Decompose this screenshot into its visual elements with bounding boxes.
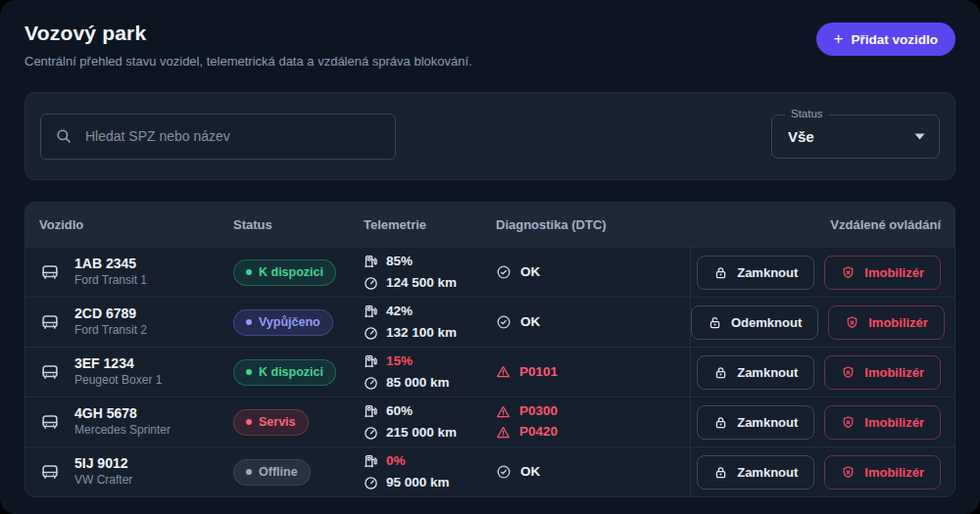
telemetry-cell: 60% 215 000 km [364, 400, 496, 444]
vehicle-cell: 5IJ 9012 VW Crafter [39, 455, 233, 488]
dtc-ok-label: OK [520, 262, 540, 283]
dtc-ok-label: OK [520, 462, 540, 483]
lock-button-label: Zamknout [737, 265, 798, 280]
vehicle-text: 2CD 6789 Ford Transit 2 [74, 305, 147, 338]
warning-triangle-icon [496, 425, 511, 440]
fuel-line: 42% [364, 301, 496, 322]
dtc-codes: P0101 [496, 362, 690, 383]
vehicle-name: Ford Transit 2 [74, 323, 147, 339]
vehicle-name: Peugeot Boxer 1 [74, 373, 162, 389]
status-cell: Servis [233, 409, 364, 436]
vehicle-text: 4GH 5678 Mercedes Sprinter [74, 405, 171, 438]
immobilizer-button-label: Imobilizér [864, 465, 924, 480]
dtc-code: P0101 [519, 362, 558, 383]
lock-toggle-button[interactable]: Odemknout [691, 305, 818, 340]
vehicle-name: Mercedes Sprinter [74, 423, 171, 439]
odometer-line: 215 000 km [364, 422, 496, 444]
shield-x-icon [841, 465, 856, 480]
status-cell: Offline [233, 459, 364, 486]
table-row: 5IJ 9012 VW Crafter Offline [25, 446, 955, 496]
odometer-value: 85 000 km [386, 372, 450, 394]
odometer-value: 124 500 km [386, 272, 457, 294]
car-icon [39, 261, 61, 283]
chevron-down-icon [914, 133, 925, 140]
dtc-ok: OK [496, 462, 690, 483]
fuel-pump-icon [364, 304, 378, 318]
plus-icon: + [834, 30, 844, 47]
fuel-level: 0% [386, 450, 406, 472]
gauge-icon [364, 276, 378, 291]
vehicle-name: VW Crafter [74, 473, 132, 489]
shield-x-icon [841, 265, 856, 280]
fuel-level: 15% [386, 350, 413, 372]
status-badge-label: Servis [259, 415, 296, 429]
status-badge-label: Offline [259, 465, 298, 479]
dtc-codes: P0300 P0420 [496, 401, 690, 443]
gauge-icon [364, 426, 378, 441]
immobilizer-button-label: Imobilizér [864, 415, 924, 430]
table-row: 3EF 1234 Peugeot Boxer 1 K dispozici [25, 347, 955, 397]
lock-toggle-button[interactable]: Zamknout [697, 256, 814, 290]
lock-toggle-button[interactable]: Zamknout [697, 405, 814, 440]
column-header-diagnostics: Diagnostika (DTC) [496, 217, 690, 232]
shield-x-icon [845, 315, 859, 330]
add-vehicle-button[interactable]: + Přidat vozidlo [816, 23, 956, 56]
column-header-vehicle: Vozidlo [39, 217, 233, 232]
fuel-pump-icon [364, 403, 378, 418]
status-dot-icon [246, 419, 252, 425]
status-dot-icon [246, 369, 252, 375]
telemetry-cell: 15% 85 000 km [364, 350, 496, 395]
telemetry-cell: 85% 124 500 km [364, 251, 496, 295]
lock-toggle-button[interactable]: Zamknout [697, 355, 814, 390]
lock-closed-icon [713, 415, 728, 430]
status-filter-select[interactable]: Status Vše [771, 115, 940, 159]
vehicle-cell: 1AB 2345 Ford Transit 1 [39, 256, 233, 288]
vehicle-plate: 5IJ 9012 [74, 455, 132, 473]
car-icon [39, 361, 61, 383]
immobilizer-button[interactable]: Imobilizér [824, 256, 941, 290]
search-box[interactable] [40, 114, 396, 160]
fuel-pump-icon [364, 453, 378, 468]
telemetry-cell: 42% 132 100 km [364, 301, 496, 345]
odometer-line: 132 100 km [364, 322, 496, 344]
dtc-cell: OK [496, 262, 690, 283]
dtc-cell: OK [496, 462, 690, 483]
lock-button-label: Odemknout [731, 315, 802, 330]
immobilizer-button-label: Imobilizér [864, 365, 924, 380]
page-subtitle: Centrální přehled stavu vozidel, telemet… [24, 54, 472, 69]
status-badge: Offline [233, 459, 311, 486]
immobilizer-button[interactable]: Imobilizér [828, 305, 945, 340]
car-icon [39, 411, 61, 433]
lock-button-label: Zamknout [737, 415, 798, 430]
shield-x-icon [841, 365, 856, 380]
odometer-value: 215 000 km [386, 422, 457, 444]
dtc-cell: P0101 [496, 362, 690, 383]
search-icon [55, 127, 73, 145]
remote-control-cell: Zamknout Imobilizér [690, 348, 941, 397]
table-row: 4GH 5678 Mercedes Sprinter Servis [25, 397, 955, 446]
car-icon [39, 311, 61, 333]
check-circle-icon [496, 264, 512, 280]
status-badge: K dispozici [233, 259, 336, 286]
dtc-cell: P0300 P0420 [496, 401, 690, 443]
fuel-level: 85% [386, 251, 413, 272]
dtc-ok-label: OK [520, 312, 540, 333]
car-icon [39, 461, 61, 483]
search-input[interactable] [83, 127, 381, 145]
fuel-line: 60% [364, 400, 496, 422]
vehicle-text: 5IJ 9012 VW Crafter [74, 455, 132, 488]
fuel-line: 85% [364, 251, 496, 272]
table-body: 1AB 2345 Ford Transit 1 K dispozici [25, 247, 955, 496]
lock-toggle-button[interactable]: Zamknout [697, 455, 814, 490]
vehicle-cell: 3EF 1234 Peugeot Boxer 1 [39, 355, 233, 388]
status-dot-icon [246, 269, 252, 275]
dtc-cell: OK [496, 312, 690, 333]
warning-triangle-icon [496, 364, 511, 379]
column-header-remote-control: Vzdálené ovládání [690, 217, 941, 232]
immobilizer-button[interactable]: Imobilizér [824, 355, 941, 390]
vehicle-plate: 1AB 2345 [74, 256, 147, 273]
immobilizer-button[interactable]: Imobilizér [824, 455, 941, 490]
status-badge: K dispozici [233, 359, 336, 386]
immobilizer-button[interactable]: Imobilizér [824, 405, 941, 440]
lock-closed-icon [713, 365, 728, 380]
